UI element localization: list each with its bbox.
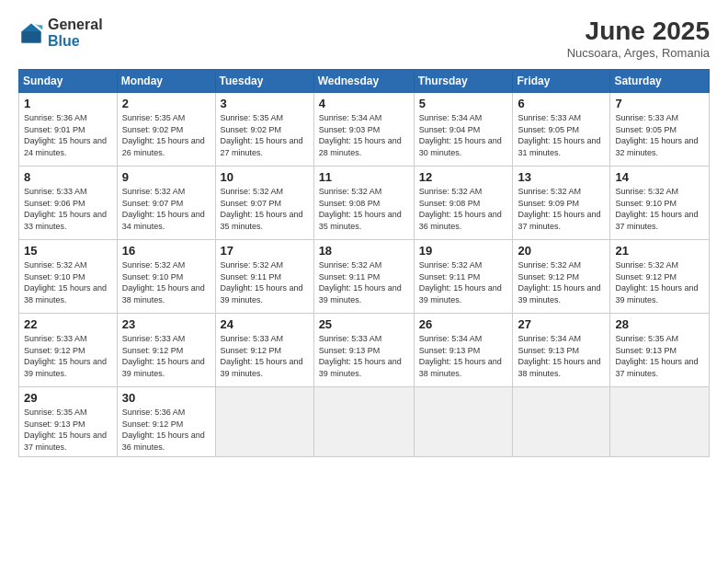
- day-number: 25: [319, 317, 409, 331]
- day-info: Sunrise: 5:33 AM Sunset: 9:12 PM Dayligh…: [122, 333, 210, 379]
- day-info: Sunrise: 5:34 AM Sunset: 9:13 PM Dayligh…: [518, 333, 605, 379]
- day-number: 6: [518, 97, 605, 110]
- logo: General Blue: [18, 17, 103, 49]
- calendar-cell: 30 Sunrise: 5:36 AM Sunset: 9:12 PM Dayl…: [117, 387, 215, 457]
- calendar-cell: 12 Sunrise: 5:32 AM Sunset: 9:08 PM Dayl…: [414, 167, 513, 240]
- day-number: 22: [24, 317, 112, 331]
- day-info: Sunrise: 5:33 AM Sunset: 9:12 PM Dayligh…: [221, 333, 309, 379]
- day-info: Sunrise: 5:33 AM Sunset: 9:05 PM Dayligh…: [518, 112, 605, 158]
- weekday-header: Saturday: [610, 70, 710, 93]
- day-info: Sunrise: 5:36 AM Sunset: 9:12 PM Dayligh…: [122, 407, 210, 453]
- calendar-week-row: 29 Sunrise: 5:35 AM Sunset: 9:13 PM Dayl…: [19, 387, 710, 457]
- day-number: 27: [518, 317, 605, 331]
- day-info: Sunrise: 5:34 AM Sunset: 9:13 PM Dayligh…: [419, 333, 508, 379]
- calendar-cell: [610, 387, 710, 457]
- calendar-cell: 28 Sunrise: 5:35 AM Sunset: 9:13 PM Dayl…: [610, 314, 710, 387]
- day-number: 15: [24, 244, 112, 258]
- day-number: 11: [319, 170, 409, 184]
- calendar-cell: 3 Sunrise: 5:35 AM Sunset: 9:02 PM Dayli…: [215, 93, 313, 167]
- calendar-cell: 6 Sunrise: 5:33 AM Sunset: 9:05 PM Dayli…: [513, 93, 610, 167]
- day-number: 23: [122, 317, 210, 331]
- calendar-cell: 20 Sunrise: 5:32 AM Sunset: 9:12 PM Dayl…: [513, 240, 610, 314]
- calendar-cell: 26 Sunrise: 5:34 AM Sunset: 9:13 PM Dayl…: [414, 314, 513, 387]
- day-info: Sunrise: 5:32 AM Sunset: 9:08 PM Dayligh…: [419, 186, 508, 232]
- calendar-week-row: 15 Sunrise: 5:32 AM Sunset: 9:10 PM Dayl…: [19, 240, 710, 314]
- header: General Blue June 2025 Nucsoara, Arges, …: [18, 17, 710, 60]
- calendar-cell: [513, 387, 610, 457]
- calendar-cell: 13 Sunrise: 5:32 AM Sunset: 9:09 PM Dayl…: [513, 167, 610, 240]
- calendar-cell: 22 Sunrise: 5:33 AM Sunset: 9:12 PM Dayl…: [19, 314, 118, 387]
- day-number: 20: [518, 244, 605, 258]
- calendar-cell: 23 Sunrise: 5:33 AM Sunset: 9:12 PM Dayl…: [117, 314, 215, 387]
- day-number: 16: [122, 244, 210, 258]
- day-number: 29: [24, 391, 112, 405]
- day-info: Sunrise: 5:32 AM Sunset: 9:10 PM Dayligh…: [122, 259, 210, 305]
- day-number: 2: [122, 97, 210, 110]
- day-number: 13: [518, 170, 605, 184]
- calendar-cell: [414, 387, 513, 457]
- month-title: June 2025: [567, 17, 710, 46]
- day-info: Sunrise: 5:34 AM Sunset: 9:04 PM Dayligh…: [419, 112, 508, 158]
- day-info: Sunrise: 5:33 AM Sunset: 9:06 PM Dayligh…: [24, 186, 112, 232]
- calendar-week-row: 1 Sunrise: 5:36 AM Sunset: 9:01 PM Dayli…: [19, 93, 710, 167]
- logo-blue-text: Blue: [48, 33, 103, 50]
- day-info: Sunrise: 5:32 AM Sunset: 9:10 PM Dayligh…: [615, 186, 704, 232]
- calendar-cell: 2 Sunrise: 5:35 AM Sunset: 9:02 PM Dayli…: [117, 93, 215, 167]
- day-number: 14: [615, 170, 704, 184]
- weekday-header: Friday: [513, 70, 610, 93]
- day-info: Sunrise: 5:32 AM Sunset: 9:08 PM Dayligh…: [319, 186, 409, 232]
- day-number: 26: [419, 317, 508, 331]
- day-info: Sunrise: 5:35 AM Sunset: 9:13 PM Dayligh…: [24, 407, 112, 453]
- calendar-cell: 24 Sunrise: 5:33 AM Sunset: 9:12 PM Dayl…: [215, 314, 313, 387]
- logo-general-text: General: [48, 17, 103, 33]
- day-number: 28: [615, 317, 704, 331]
- weekday-header: Thursday: [414, 70, 513, 93]
- day-info: Sunrise: 5:32 AM Sunset: 9:11 PM Dayligh…: [221, 259, 309, 305]
- day-number: 12: [419, 170, 508, 184]
- day-info: Sunrise: 5:32 AM Sunset: 9:09 PM Dayligh…: [518, 186, 605, 232]
- day-number: 4: [319, 97, 409, 110]
- calendar-week-row: 22 Sunrise: 5:33 AM Sunset: 9:12 PM Dayl…: [19, 314, 710, 387]
- day-info: Sunrise: 5:35 AM Sunset: 9:02 PM Dayligh…: [122, 112, 210, 158]
- day-number: 24: [221, 317, 309, 331]
- day-info: Sunrise: 5:33 AM Sunset: 9:12 PM Dayligh…: [24, 333, 112, 379]
- day-number: 1: [24, 97, 112, 110]
- day-info: Sunrise: 5:35 AM Sunset: 9:13 PM Dayligh…: [615, 333, 704, 379]
- calendar-cell: 19 Sunrise: 5:32 AM Sunset: 9:11 PM Dayl…: [414, 240, 513, 314]
- day-info: Sunrise: 5:33 AM Sunset: 9:13 PM Dayligh…: [319, 333, 409, 379]
- calendar-cell: [313, 387, 414, 457]
- day-info: Sunrise: 5:32 AM Sunset: 9:12 PM Dayligh…: [615, 259, 704, 305]
- day-info: Sunrise: 5:34 AM Sunset: 9:03 PM Dayligh…: [319, 112, 409, 158]
- day-number: 19: [419, 244, 508, 258]
- page: General Blue June 2025 Nucsoara, Arges, …: [0, 0, 728, 563]
- calendar-cell: 15 Sunrise: 5:32 AM Sunset: 9:10 PM Dayl…: [19, 240, 118, 314]
- logo-text: General Blue: [48, 17, 103, 49]
- day-info: Sunrise: 5:36 AM Sunset: 9:01 PM Dayligh…: [24, 112, 112, 158]
- title-block: June 2025 Nucsoara, Arges, Romania: [567, 17, 710, 60]
- day-number: 21: [615, 244, 704, 258]
- calendar-cell: 7 Sunrise: 5:33 AM Sunset: 9:05 PM Dayli…: [610, 93, 710, 167]
- day-info: Sunrise: 5:32 AM Sunset: 9:07 PM Dayligh…: [221, 186, 309, 232]
- calendar-cell: 11 Sunrise: 5:32 AM Sunset: 9:08 PM Dayl…: [313, 167, 414, 240]
- weekday-header: Monday: [117, 70, 215, 93]
- day-info: Sunrise: 5:32 AM Sunset: 9:07 PM Dayligh…: [122, 186, 210, 232]
- day-number: 7: [615, 97, 704, 110]
- calendar-table: SundayMondayTuesdayWednesdayThursdayFrid…: [18, 69, 710, 457]
- day-number: 5: [419, 97, 508, 110]
- svg-rect-2: [22, 31, 41, 42]
- day-number: 9: [122, 170, 210, 184]
- day-number: 10: [221, 170, 309, 184]
- day-number: 18: [319, 244, 409, 258]
- calendar-cell: 27 Sunrise: 5:34 AM Sunset: 9:13 PM Dayl…: [513, 314, 610, 387]
- calendar-cell: 1 Sunrise: 5:36 AM Sunset: 9:01 PM Dayli…: [19, 93, 118, 167]
- calendar-cell: 25 Sunrise: 5:33 AM Sunset: 9:13 PM Dayl…: [313, 314, 414, 387]
- calendar-cell: 18 Sunrise: 5:32 AM Sunset: 9:11 PM Dayl…: [313, 240, 414, 314]
- calendar-cell: 21 Sunrise: 5:32 AM Sunset: 9:12 PM Dayl…: [610, 240, 710, 314]
- calendar-week-row: 8 Sunrise: 5:33 AM Sunset: 9:06 PM Dayli…: [19, 167, 710, 240]
- location: Nucsoara, Arges, Romania: [567, 46, 710, 60]
- day-number: 3: [221, 97, 309, 110]
- day-info: Sunrise: 5:32 AM Sunset: 9:10 PM Dayligh…: [24, 259, 112, 305]
- calendar-cell: 29 Sunrise: 5:35 AM Sunset: 9:13 PM Dayl…: [19, 387, 118, 457]
- logo-icon: [18, 20, 44, 46]
- calendar-cell: 17 Sunrise: 5:32 AM Sunset: 9:11 PM Dayl…: [215, 240, 313, 314]
